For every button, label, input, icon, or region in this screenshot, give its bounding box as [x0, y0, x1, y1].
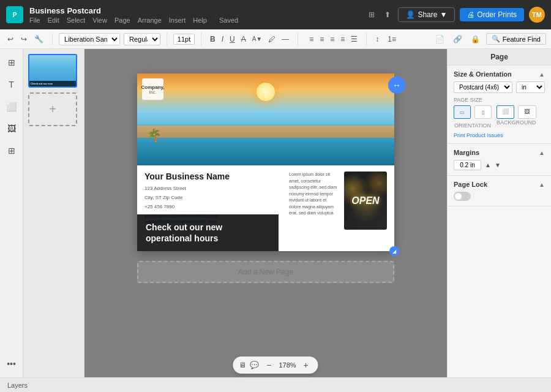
undo-button[interactable]: ↩ [5, 34, 16, 45]
table-tool-button[interactable]: ⊞ [3, 142, 20, 159]
size-orientation-title: Size & Orientation [454, 70, 512, 78]
margins-header[interactable]: Margins ▲ [454, 149, 545, 156]
pages-panel-button[interactable]: ⊞ [3, 54, 20, 71]
window-icon-2[interactable]: ⬆ [382, 9, 393, 20]
more-tools-button[interactable]: ••• [3, 355, 20, 372]
orient-portrait-button[interactable]: ▯ [474, 105, 492, 119]
page-size-row: Postcard (4x6) in [454, 81, 545, 93]
open-sign-image: OPEN [344, 172, 387, 230]
page-lock-header[interactable]: Page Lock ▲ [454, 181, 545, 188]
bg-image-button[interactable]: 🖼 [518, 105, 536, 119]
order-prints-button[interactable]: 🖨 Order Prints [460, 8, 524, 21]
image-tool-button[interactable]: 🖼 [3, 120, 20, 137]
orientation-row: ▭ ▯ ORIENTATION ⬜ 🖼 BACKGROUND [454, 105, 545, 129]
bg-options: ⬜ 🖼 [497, 105, 536, 119]
menu-edit[interactable]: Edit [48, 17, 59, 24]
share-button[interactable]: 👤 Share ▼ [398, 7, 455, 22]
zoom-value: 178% [279, 361, 296, 369]
align-left-button[interactable]: ≡ [307, 34, 316, 45]
highlight-button[interactable]: 🖊 [266, 34, 278, 45]
orientation-options: ▭ ▯ [454, 105, 492, 119]
toolbar-sep-3 [201, 33, 201, 45]
add-new-page-bar[interactable]: Add a New Page [137, 261, 394, 283]
add-page-thumb[interactable]: + [28, 92, 77, 126]
page-size-select[interactable]: Postcard (4x6) [454, 81, 512, 93]
layers-bar[interactable]: Layers [0, 377, 551, 392]
align-right-button[interactable]: ≡ [328, 34, 337, 45]
postcard-arrow-icon[interactable]: ↔ [388, 77, 405, 94]
page-lock-section: Page Lock ▲ [448, 176, 551, 206]
shape-tool-button[interactable]: ⬜ [3, 98, 20, 115]
pages-panel: Check out our new + [23, 49, 84, 377]
line-spacing-button[interactable]: ↕ [373, 34, 381, 45]
orientation-label: ORIENTATION [454, 123, 492, 129]
avatar[interactable]: TM [529, 7, 545, 23]
bg-color-button[interactable]: ⬜ [497, 105, 514, 119]
feature-find-button[interactable]: 🔍 Feature Find [486, 33, 546, 45]
postcard: 🌴 Company, Inc. Check out our new operat… [137, 74, 394, 251]
layers-label: Layers [7, 382, 28, 389]
zoom-out-button[interactable]: − [263, 359, 275, 371]
postcard-wrapper[interactable]: 🌴 Company, Inc. Check out our new operat… [137, 74, 394, 251]
title-bar: P Business Postcard File Edit Select Vie… [0, 0, 551, 29]
align-center-button[interactable]: ≡ [317, 34, 326, 45]
size-orientation-section: Size & Orientation ▲ Postcard (4x6) in P… [448, 66, 551, 144]
italic-button[interactable]: I [219, 34, 226, 45]
postcard-resize-handle[interactable]: ◢ [389, 246, 399, 256]
print-product-link[interactable]: Print Product Issues [454, 132, 545, 138]
margin-stepper-up[interactable]: ▲ [485, 162, 491, 168]
printer-icon: 🖨 [467, 10, 474, 19]
text-tool-button[interactable]: T [3, 76, 20, 93]
toggle-knob [455, 193, 462, 200]
menu-arrange[interactable]: Arrange [138, 17, 162, 24]
business-phone: +25 456 7890 [144, 203, 283, 210]
toolbar-sep-5 [366, 33, 367, 45]
margins-title: Margins [454, 149, 479, 156]
business-address-2: City, ST Zip Code [144, 194, 283, 201]
title-bar-info: Business Postcard File Edit Select View … [29, 6, 360, 24]
font-family-select[interactable]: Liberation Sans [59, 33, 120, 45]
page-lock-toggle[interactable] [454, 192, 471, 201]
right-panel: Page Size & Orientation ▲ Postcard (4x6)… [447, 49, 551, 377]
toolbar-sep-2 [167, 33, 167, 45]
ordered-list-button[interactable]: 1≡ [385, 34, 399, 45]
align-justify-button[interactable]: ≡ [338, 34, 347, 45]
menu-view[interactable]: View [92, 17, 107, 24]
eyedropper-button[interactable]: 🔧 [32, 34, 46, 45]
margin-input[interactable] [454, 160, 481, 170]
font-size-input[interactable] [173, 34, 195, 45]
list-button[interactable]: ☰ [348, 34, 360, 45]
canvas-area[interactable]: 🌴 Company, Inc. Check out our new operat… [84, 49, 447, 377]
zoom-in-button[interactable]: + [300, 359, 312, 371]
zoom-bar: 🖥 💬 − 178% + [233, 356, 318, 374]
canvas-container: 🌴 Company, Inc. Check out our new operat… [125, 61, 407, 365]
page-thumb-inner: Check out our new [29, 55, 76, 86]
units-select[interactable]: in [516, 81, 545, 93]
menu-page[interactable]: Page [114, 17, 130, 24]
monitor-icon[interactable]: 🖥 [239, 361, 246, 369]
toolbar-right: 📄 🔗 🔒 🔍 Feature Find [433, 33, 546, 45]
font-style-select[interactable]: Regular [124, 33, 160, 45]
page-size-label: PAGE SIZE [454, 97, 545, 103]
margin-stepper-down[interactable]: ▼ [495, 162, 501, 168]
menu-help[interactable]: Help [193, 17, 207, 24]
menu-select[interactable]: Select [67, 17, 86, 24]
font-color-button[interactable]: A▼ [250, 34, 265, 45]
strikethrough-button[interactable]: A [239, 34, 249, 45]
orient-landscape-button[interactable]: ▭ [454, 105, 471, 119]
size-orientation-header[interactable]: Size & Orientation ▲ [454, 70, 545, 78]
link-button[interactable]: 🔗 [451, 34, 465, 45]
comment-icon[interactable]: 💬 [250, 361, 259, 369]
underline-button[interactable]: U [227, 34, 238, 45]
window-icon-1[interactable]: ⊞ [366, 9, 377, 20]
bold-button[interactable]: B [208, 34, 218, 45]
paintbucket-button[interactable]: — [279, 34, 291, 45]
right-panel-tab-page[interactable]: Page [448, 49, 551, 66]
page-lock-title: Page Lock [454, 181, 487, 188]
insert-doc-button[interactable]: 📄 [433, 34, 447, 45]
page-thumbnail-1[interactable]: Check out our new [28, 54, 77, 88]
lock-button[interactable]: 🔒 [468, 34, 482, 45]
menu-file[interactable]: File [29, 17, 40, 24]
redo-button[interactable]: ↪ [18, 34, 29, 45]
menu-insert[interactable]: Insert [169, 17, 186, 24]
